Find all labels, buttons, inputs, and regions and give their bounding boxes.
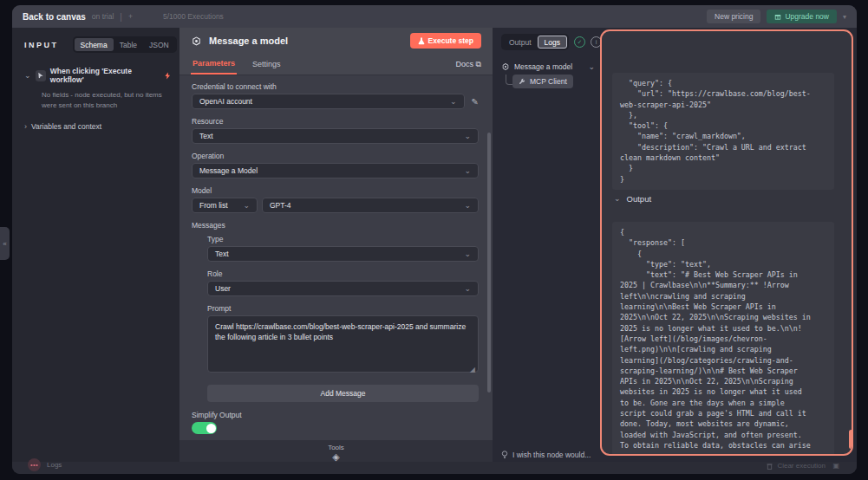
node-detail-panel: Message a model Execute step Parameters … [179,28,493,462]
openai-icon [191,36,202,47]
trash-icon [767,463,773,470]
gift-icon [774,13,781,20]
output-code-bottom: { "response": [ { "type": "text", "text"… [612,222,834,456]
trigger-node-icon [36,70,46,81]
add-message-button[interactable]: Add Message [207,385,479,402]
operation-select[interactable]: Message a Model⌄ [192,163,479,178]
chevron-right-icon[interactable]: › [24,123,27,131]
input-view-switcher: Schema Table JSON [73,36,177,53]
simplify-output-toggle[interactable] [192,422,217,434]
chevron-down-icon: ⌄ [464,166,471,175]
footer-bar [12,462,857,474]
chevron-down-icon: ⌄ [243,201,250,210]
chevron-down-icon[interactable]: ▾ [843,13,846,21]
openai-icon [501,62,510,71]
footer-collapse-icon[interactable]: ▣ [832,462,839,470]
new-pricing-badge[interactable]: New pricing [707,10,760,23]
variables-context-label: Variables and context [31,122,101,131]
tools-label: Tools [179,444,493,451]
operation-label: Operation [192,152,479,160]
model-mode-select[interactable]: From list⌄ [192,198,258,213]
model-select[interactable]: GPT-4⌄ [262,198,479,213]
input-panel-title: INPUT [24,41,59,49]
trial-label: on trial [92,12,114,21]
simplify-output-label: Simplify Output [192,411,479,419]
app-window: Back to canvas on trial | + 5/1000 Execu… [12,5,857,474]
credential-select[interactable]: OpenAI account⌄ [192,94,465,109]
add-tag-button[interactable]: + [128,12,133,21]
input-panel: INPUT Schema Table JSON ⌄ When clicking … [12,28,179,462]
footer-logs-label[interactable]: Logs [47,461,62,469]
logs-tree: Message a model ⌄ MCP Client [501,62,595,88]
success-status-icon[interactable]: ✓ [574,36,585,48]
tree-connector [506,75,512,85]
prompt-label: Prompt [207,304,479,313]
executions-counter: 5/1000 Executions [163,12,224,21]
panel-collapse-handle[interactable]: « [0,227,10,260]
scrollbar-thumb[interactable] [487,133,491,392]
edit-credential-icon[interactable]: ✎ [472,97,479,107]
node-footer: Tools ◈ [179,440,493,462]
flask-icon [418,37,425,45]
chevron-down-icon: ⌄ [464,132,471,140]
type-select[interactable]: Text⌄ [207,246,479,262]
wish-node-prompt[interactable]: I wish this node would... [501,451,591,459]
no-fields-message: No fields - node executed, but no items … [42,90,173,110]
clear-execution-button[interactable]: Clear execution [767,462,826,470]
node-title: Message a model [209,36,403,46]
chevron-down-icon: ⌄ [450,97,457,106]
tab-schema[interactable]: Schema [75,38,114,51]
tab-logs[interactable]: Logs [538,36,567,49]
output-code-top: "query": { "url": "https://crawlbase.com… [612,73,834,190]
chevron-down-icon: ⌄ [464,284,471,293]
toggle-knob [206,424,216,433]
logs-child-row[interactable]: MCP Client [512,75,573,88]
output-section-header[interactable]: ⌄ Output [614,194,651,204]
prompt-input[interactable]: Crawl https://crawlbase.com/blog/best-we… [207,315,479,373]
output-logs-area: Output Logs ✓ i Message a model ⌄ MCP Cl… [493,28,857,462]
trigger-node-label: When clicking 'Execute workflow' [50,67,161,84]
back-to-canvas-button[interactable]: Back to canvas [23,12,86,22]
trigger-node-row[interactable]: ⌄ When clicking 'Execute workflow' [24,67,171,84]
tab-parameters[interactable]: Parameters [191,55,237,75]
external-link-icon: ⧉ [476,60,481,68]
main-content: INPUT Schema Table JSON ⌄ When clicking … [12,28,857,462]
variables-context-row[interactable]: › Variables and context [24,122,171,131]
tool-icon [519,78,525,85]
tab-output[interactable]: Output [503,36,538,49]
credential-label: Credential to connect with [192,82,479,91]
docs-link[interactable]: Docs ⧉ [456,60,481,69]
tab-table[interactable]: Table [114,38,143,51]
chevron-down-icon[interactable]: ⌄ [588,63,595,71]
execute-step-button[interactable]: Execute step [410,33,481,49]
top-bar: Back to canvas on trial | + 5/1000 Execu… [12,5,857,28]
upgrade-now-button[interactable]: Upgrade now [767,10,837,23]
tab-json[interactable]: JSON [143,38,175,51]
resize-handle[interactable]: ◢ [470,366,475,373]
highlighted-output-panel[interactable]: "query": { "url": "https://crawlbase.com… [600,29,853,456]
role-label: Role [207,269,479,278]
chevron-down-icon[interactable]: ⌄ [614,195,621,203]
role-select[interactable]: User⌄ [207,281,479,296]
logs-node-row[interactable]: Message a model ⌄ [501,62,595,71]
chevron-down-icon[interactable]: ⌄ [24,72,31,80]
tab-settings[interactable]: Settings [251,55,283,73]
node-header: Message a model Execute step [179,28,493,54]
n8n-logo[interactable] [28,458,41,471]
chevron-down-icon: ⌄ [464,250,471,258]
model-label: Model [192,186,479,195]
node-tabs: Parameters Settings Docs ⧉ [179,54,493,75]
resource-select[interactable]: Text⌄ [192,128,479,144]
output-section-label: Output [627,194,652,204]
lightbulb-icon [501,451,508,459]
logs-node-label: Message a model [514,62,572,71]
resource-label: Resource [192,117,479,126]
logs-child-label: MCP Client [530,77,567,86]
chevron-down-icon: ⌄ [464,201,471,210]
messages-label: Messages [192,221,479,230]
panel-resize-notch[interactable] [849,430,853,449]
lightning-icon [165,72,171,80]
node-parameters-form: Credential to connect with OpenAI accoun… [179,75,493,440]
topbar-divider: | [120,12,122,22]
type-label: Type [207,235,479,243]
